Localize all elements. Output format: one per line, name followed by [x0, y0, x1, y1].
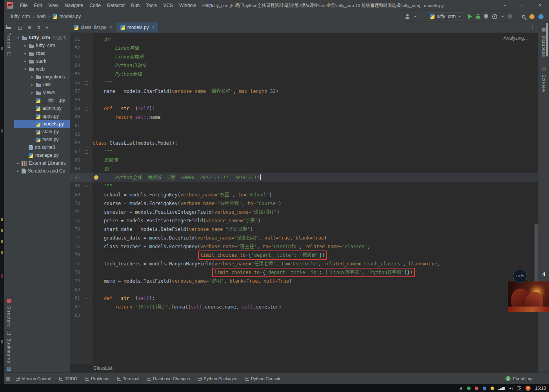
- line-number[interactable]: 80: [70, 285, 80, 294]
- menu-file[interactable]: File: [17, 0, 31, 11]
- project-toolbar-icon-3[interactable]: ▾: [45, 25, 48, 30]
- gutter-line-82[interactable]: 82−: [70, 303, 92, 311]
- code-line-53[interactable]: Linux架构师: [93, 53, 538, 61]
- gutter-line-72[interactable]: 72−: [70, 216, 92, 225]
- gutter-line-71[interactable]: 71−: [70, 208, 92, 216]
- line-number[interactable]: 72: [70, 216, 80, 225]
- gutter-line-79[interactable]: 79−: [70, 277, 92, 285]
- tab-class_list.py[interactable]: class_list.py×: [70, 22, 116, 33]
- line-number[interactable]: 81: [70, 294, 80, 303]
- code-line-63[interactable]: class ClassList(models.Model):: [93, 139, 538, 147]
- gutter-line-61[interactable]: 61−: [70, 122, 92, 130]
- volume-icon[interactable]: ◄): [509, 387, 513, 390]
- tree-item-manage.py[interactable]: manage.py: [14, 151, 70, 159]
- code-line-56[interactable]: """: [93, 78, 538, 87]
- tray-expand-icon[interactable]: ∧: [460, 386, 463, 391]
- menu-run[interactable]: Run: [128, 0, 143, 11]
- tree-item-views[interactable]: ▸views: [14, 89, 70, 96]
- editor-scrollbar[interactable]: [534, 223, 538, 290]
- tree-item-stark[interactable]: ▸stark: [14, 57, 70, 65]
- gutter-line-65[interactable]: 65−: [70, 156, 92, 165]
- breadcrumb-models.py[interactable]: models.py: [59, 14, 81, 19]
- code-line-75[interactable]: class_teacher = models.ForeignKey(verbos…: [93, 242, 538, 251]
- tree-item-utils[interactable]: ▸utils: [14, 81, 70, 89]
- tray-icon-yellow[interactable]: [491, 387, 494, 390]
- tree-item-rbac[interactable]: ▸rbac: [14, 49, 70, 57]
- gutter-line-53[interactable]: 53−: [70, 53, 92, 61]
- tree-arrow-icon[interactable]: ▸: [16, 169, 21, 173]
- code-line-64[interactable]: """: [93, 147, 538, 156]
- tree-arrow-icon[interactable]: ▸: [30, 83, 35, 87]
- line-number[interactable]: 69: [70, 191, 80, 199]
- line-number[interactable]: 82: [70, 303, 80, 311]
- intention-bulb-icon[interactable]: [94, 175, 98, 180]
- line-number[interactable]: 57: [70, 87, 80, 96]
- code-line-73[interactable]: start_date = models.DateField(verbose_na…: [93, 225, 538, 234]
- project-toolwindow-icon[interactable]: [6, 25, 11, 29]
- run-button[interactable]: [468, 14, 472, 19]
- gutter-line-80[interactable]: 80−: [70, 285, 92, 294]
- tree-arrow-icon[interactable]: ▸: [30, 91, 35, 94]
- fold-marker-icon[interactable]: −: [85, 107, 88, 111]
- code-line-79[interactable]: memo = models.TextField(verbose_name='说明…: [93, 277, 538, 285]
- line-number[interactable]: 74: [70, 234, 80, 242]
- statusbar-version-control[interactable]: Version Control: [16, 376, 51, 381]
- code-line-54[interactable]: Python自动化: [93, 61, 538, 70]
- tree-arrow-icon[interactable]: ▸: [23, 59, 28, 63]
- gutter-line-75[interactable]: 75−: [70, 242, 92, 251]
- menu-edit[interactable]: Edit: [31, 0, 45, 11]
- tree-item-luffy_crm[interactable]: ▾luffy_crmF:\路飞: [14, 34, 70, 42]
- breadcrumb-luffy_crm[interactable]: luffy_crm: [11, 14, 30, 19]
- tab-close-icon[interactable]: ×: [152, 25, 155, 30]
- code-line-74[interactable]: graduate_date = models.DateField(verbose…: [93, 234, 538, 242]
- tree-arrow-icon[interactable]: ▸: [23, 51, 28, 55]
- tree-arrow-icon[interactable]: ▾: [16, 36, 21, 40]
- user-icon[interactable]: [405, 14, 410, 19]
- code-line-78[interactable]: limit_choices_to={'depart__title__in': […: [93, 268, 538, 277]
- stripe-label-project[interactable]: Project: [7, 33, 11, 49]
- tab-close-icon[interactable]: ×: [109, 25, 112, 30]
- menu-navigate[interactable]: Navigate: [62, 0, 86, 11]
- gutter-line-63[interactable]: 63−: [70, 139, 92, 147]
- code-line-58[interactable]: [93, 96, 538, 104]
- code-line-71[interactable]: semester = models.PositiveIntegerField(v…: [93, 208, 538, 216]
- folder-toolwindow-icon[interactable]: [7, 52, 11, 56]
- ide-notification-icon[interactable]: [538, 14, 544, 19]
- update-notification-icon[interactable]: [529, 14, 534, 19]
- project-toolbar-icon-0[interactable]: ▤: [18, 25, 22, 30]
- net-speed-monitor[interactable]: 0K/s: [513, 269, 527, 283]
- statusbar-python-console[interactable]: Python Console: [245, 376, 282, 381]
- line-number[interactable]: 77: [70, 260, 80, 268]
- statusbar-database-changes[interactable]: Database Changes: [147, 376, 190, 381]
- statusbar-todo[interactable]: TODO: [59, 376, 78, 381]
- line-number[interactable]: 62: [70, 130, 80, 139]
- code-line-68[interactable]: """: [93, 182, 538, 191]
- gutter-line-52[interactable]: 52−: [70, 44, 92, 53]
- stripe-label-sciview[interactable]: SciView: [542, 74, 546, 93]
- database-toolwindow-icon[interactable]: ▦: [542, 27, 546, 32]
- line-number[interactable]: 58: [70, 96, 80, 104]
- tree-item-db.sqlite3[interactable]: db.sqlite3: [14, 143, 70, 151]
- close-button[interactable]: ×: [531, 0, 549, 11]
- tree-item-admin.py[interactable]: admin.py: [14, 104, 70, 112]
- code-line-80[interactable]: [93, 285, 538, 294]
- line-number[interactable]: 64: [70, 147, 80, 156]
- toolwindow-switcher-icon[interactable]: ▦: [6, 376, 10, 381]
- gutter-line-74[interactable]: 74−: [70, 234, 92, 242]
- code-line-67[interactable]: Python全栈 面授班 5期 10000 2017-11-11 2018-5-…: [93, 173, 538, 182]
- gutter-line-55[interactable]: 55−: [70, 70, 92, 78]
- stripe-label-structure[interactable]: Structure: [7, 306, 11, 327]
- tray-icon-red[interactable]: [475, 387, 478, 390]
- game-ad-popup[interactable]: [508, 281, 549, 312]
- gutter-line-58[interactable]: 58−: [70, 96, 92, 104]
- breadcrumb-classlist[interactable]: ClassList: [93, 365, 113, 371]
- tree-item-apps.py[interactable]: apps.py: [14, 112, 70, 120]
- code-line-83[interactable]: [93, 311, 538, 320]
- line-number[interactable]: 51: [70, 35, 80, 44]
- code-line-61[interactable]: [93, 122, 538, 130]
- code-line-81[interactable]: def __str__(self):: [93, 294, 538, 303]
- run-configuration-select[interactable]: luffy_crm: [427, 13, 464, 20]
- code-line-76[interactable]: limit_choices_to={'depart__title': '教质部'…: [93, 251, 538, 260]
- code-line-65[interactable]: 班级表: [93, 156, 538, 165]
- gutter-line-78[interactable]: 78−: [70, 268, 92, 277]
